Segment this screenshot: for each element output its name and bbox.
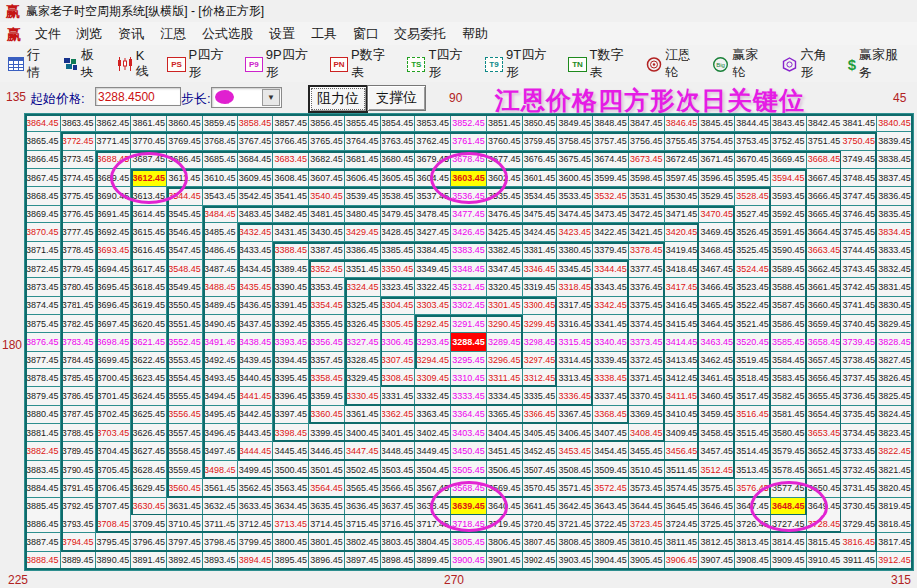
- price-cell: 3835.45: [877, 206, 913, 223]
- toolbar-item-kline[interactable]: K线: [114, 46, 159, 82]
- price-cell: 3363.45: [415, 406, 451, 424]
- toolbar-item-t-number[interactable]: TNT数字表: [565, 44, 637, 83]
- menu-item-1[interactable]: 文件: [27, 24, 69, 43]
- price-cell: 3818.45: [877, 515, 913, 533]
- price-cell: 3906.45: [665, 552, 700, 570]
- menu-item-6[interactable]: 设置: [261, 24, 303, 43]
- price-cell: 3666.45: [807, 187, 842, 205]
- price-cell: 3622.45: [131, 352, 167, 369]
- step-select[interactable]: ▼: [211, 87, 282, 108]
- price-cell: 3820.45: [877, 479, 913, 497]
- price-cell: 3881.45: [25, 424, 61, 442]
- price-cell: 3748.45: [841, 169, 877, 187]
- price-cell: 3747.45: [841, 187, 877, 205]
- price-cell: 3301.45: [487, 297, 523, 315]
- price-cell: 3419.45: [665, 242, 700, 260]
- price-cell: 3779.45: [61, 260, 96, 278]
- price-cell: 3531.45: [629, 187, 665, 205]
- price-cell: 3851.45: [487, 114, 523, 132]
- price-cell: 3760.45: [487, 132, 523, 150]
- price-cell: 3570.45: [523, 479, 558, 497]
- toolbar-item-gann-wheel[interactable]: 江恩轮: [643, 44, 703, 83]
- price-cell: 3518.45: [735, 369, 771, 387]
- price-cell: 3716.45: [381, 515, 416, 533]
- toolbar-item-9p-square[interactable]: P99P四方形: [242, 44, 321, 83]
- price-cell: 3828.45: [877, 333, 913, 351]
- price-cell: 3554.45: [167, 369, 203, 387]
- price-cell: 3333.45: [451, 387, 487, 405]
- menu-item-10[interactable]: 帮助: [454, 24, 496, 43]
- price-cell: 3905.45: [629, 552, 665, 570]
- price-cell: 3522.45: [735, 297, 771, 315]
- price-cell: 3358.45: [309, 369, 345, 387]
- toolbar-item-quotes[interactable]: 行情: [5, 44, 54, 83]
- price-cell: 3739.45: [841, 333, 877, 351]
- price-cell: 3516.45: [735, 406, 771, 424]
- toolbar-label: 行情: [27, 46, 51, 81]
- price-cell: 3768.45: [203, 132, 238, 150]
- menu-item-9[interactable]: 交易委托: [386, 24, 454, 43]
- price-cell: 3332.45: [415, 387, 451, 405]
- menu-item-5[interactable]: 公式选股: [194, 24, 261, 43]
- price-cell: 3583.45: [771, 369, 807, 387]
- price-cell: 3864.45: [25, 114, 61, 132]
- price-cell: 3639.45: [451, 498, 487, 515]
- step-label: 步长:: [181, 90, 211, 108]
- price-cell: 3671.45: [699, 151, 735, 169]
- start-price-input[interactable]: [95, 87, 181, 106]
- toolbar-item-sectors[interactable]: 板块: [60, 44, 108, 83]
- price-cell: 3521.45: [735, 315, 771, 333]
- price-cell: 3808.45: [557, 533, 593, 551]
- price-cell: 3836.45: [877, 187, 913, 205]
- price-cell: 3344.45: [593, 260, 629, 278]
- price-cell: 3630.45: [131, 498, 167, 515]
- toolbar-item-winner-wheel[interactable]: Big赢家轮: [709, 44, 771, 83]
- toolbar-item-p-square[interactable]: PSP四方形: [164, 44, 235, 83]
- price-cell: 3444.45: [238, 442, 274, 460]
- price-cell: 3669.45: [771, 151, 807, 169]
- menu-item-2[interactable]: 浏览: [69, 24, 110, 43]
- price-cell: 3383.45: [451, 242, 487, 260]
- price-cell: 3847.45: [629, 114, 665, 132]
- price-cell: 3339.45: [593, 352, 629, 369]
- price-cell: 3489.45: [203, 297, 238, 315]
- price-cell: 3802.45: [345, 533, 381, 551]
- price-cell: 3766.45: [273, 132, 309, 150]
- menu-item-3[interactable]: 资讯: [110, 24, 152, 43]
- price-cell: 3664.45: [807, 223, 842, 241]
- price-cell: 3600.45: [557, 169, 593, 187]
- price-cell: 3854.45: [381, 114, 416, 132]
- price-cell: 3619.45: [131, 297, 167, 315]
- price-cell: 3348.45: [451, 260, 487, 278]
- toolbar-item-t-square[interactable]: TST四方形: [404, 44, 476, 83]
- price-cell: 3579.45: [771, 442, 807, 460]
- price-cell: 3601.45: [523, 169, 558, 187]
- price-cell: 3330.45: [345, 387, 381, 405]
- toolbar-item-hexagon[interactable]: 六角形: [778, 44, 840, 83]
- price-cell: 3910.45: [807, 552, 842, 570]
- toolbar-item-p-number[interactable]: PNP数字表: [327, 44, 398, 83]
- menu-item-8[interactable]: 窗口: [345, 24, 386, 43]
- price-cell: 3397.45: [273, 406, 309, 424]
- menu-item-4[interactable]: 江恩: [152, 24, 194, 43]
- price-cell: 3771.45: [96, 132, 132, 150]
- price-cell: 3683.45: [273, 151, 309, 169]
- dropdown-arrow-icon[interactable]: ▼: [262, 89, 280, 106]
- resistance-button[interactable]: 阻力位: [308, 85, 368, 113]
- price-cell: 3813.45: [735, 533, 771, 551]
- angle-label-225: 225: [8, 573, 28, 587]
- price-cell: 3458.45: [699, 424, 735, 442]
- price-cell: 3861.45: [131, 114, 167, 132]
- price-cell: 3689.45: [96, 169, 132, 187]
- price-cell: 3804.45: [415, 533, 451, 551]
- price-cell: 3848.45: [593, 114, 629, 132]
- price-cell: 3655.45: [807, 387, 842, 405]
- support-button[interactable]: 支撑位: [367, 85, 426, 111]
- price-cell: 3470.45: [699, 206, 735, 223]
- price-cell: 3346.45: [523, 260, 558, 278]
- toolbar-item-9t-square[interactable]: T99T四方形: [482, 44, 560, 83]
- price-cell: 3466.45: [699, 278, 735, 296]
- menu-item-7[interactable]: 工具: [303, 24, 345, 43]
- title-bar: 赢 赢家老子时空周期系统[纵横版] - [价格正方形]: [0, 0, 917, 23]
- toolbar-item-service[interactable]: $赢家服务: [845, 44, 911, 83]
